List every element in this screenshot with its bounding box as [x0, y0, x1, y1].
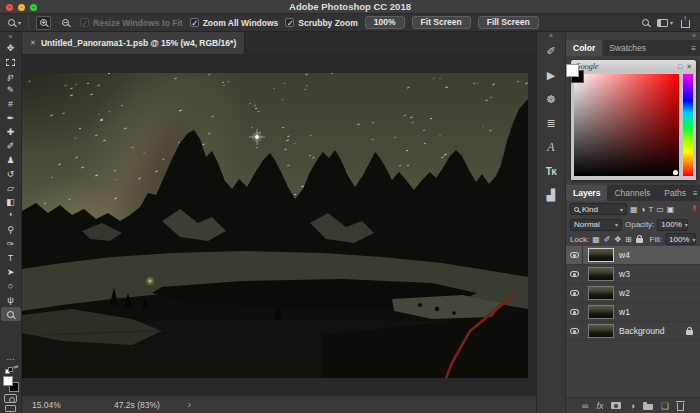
zoom-out-button[interactable]: −: [58, 16, 73, 30]
hue-slider[interactable]: [683, 74, 693, 176]
zoom-100-button[interactable]: 100%: [365, 16, 405, 29]
fill-screen-button[interactable]: Fill Screen: [478, 16, 539, 29]
foreground-color-swatch[interactable]: [566, 64, 579, 77]
filter-kind-dropdown[interactable]: Kind ▾: [570, 203, 627, 215]
visibility-toggle[interactable]: [566, 322, 583, 340]
tool-spot-healing-brush[interactable]: ✚: [1, 125, 21, 139]
expand-dock-icon[interactable]: «: [537, 32, 565, 40]
tool-path-selection[interactable]: ➤: [1, 265, 21, 279]
default-colors-icon[interactable]: ⇄: [5, 365, 17, 374]
add-mask-icon[interactable]: [611, 402, 621, 409]
lock-transparency-icon[interactable]: ▦: [592, 235, 600, 244]
panel-menu-icon[interactable]: ≡: [691, 40, 700, 56]
filter-adjustment-icon[interactable]: ◑: [641, 205, 646, 214]
tab-swatches[interactable]: Swatches: [602, 40, 653, 56]
filter-smart-object-icon[interactable]: ▣: [667, 205, 675, 214]
tab-channels[interactable]: Channels: [607, 185, 657, 201]
blend-mode-dropdown[interactable]: Normal ▾: [570, 219, 622, 231]
share-icon[interactable]: [681, 20, 690, 28]
opacity-dropdown[interactable]: 100% ▾: [657, 219, 688, 231]
tool-gradient[interactable]: ◧: [1, 195, 21, 209]
tab-close-icon[interactable]: ✕: [30, 39, 36, 47]
visibility-toggle[interactable]: [566, 284, 583, 302]
tool-dodge[interactable]: ⚲: [1, 223, 21, 237]
dock-glyphs-icon[interactable]: A: [539, 136, 564, 159]
layer-row-background[interactable]: Background: [566, 322, 700, 341]
tab-color[interactable]: Color: [566, 40, 602, 56]
search-icon[interactable]: [642, 19, 649, 26]
minimize-window-icon[interactable]: −: [18, 4, 25, 11]
zoom-all-windows-checkbox[interactable]: Zoom All Windows: [190, 18, 279, 28]
tool-type[interactable]: T: [1, 251, 21, 265]
layer-row-w4[interactable]: w4: [566, 246, 700, 265]
color-picker-cursor[interactable]: [673, 170, 678, 175]
dock-histogram-icon[interactable]: ▟: [539, 184, 564, 207]
new-layer-icon[interactable]: ❏: [661, 401, 669, 411]
layer-row-w2[interactable]: w2: [566, 284, 700, 303]
zoom-window-icon[interactable]: +: [30, 4, 37, 11]
foreground-color-swatch[interactable]: [3, 376, 13, 386]
new-group-icon[interactable]: [643, 404, 653, 410]
workspace-switcher[interactable]: ▾: [657, 19, 673, 27]
tool-eraser[interactable]: ▱: [1, 181, 21, 195]
lock-position-icon[interactable]: ✥: [614, 235, 621, 244]
tool-history-brush[interactable]: ↺: [1, 167, 21, 181]
visibility-toggle[interactable]: [566, 303, 583, 321]
fit-screen-button[interactable]: Fit Screen: [412, 16, 471, 29]
link-layers-icon[interactable]: ∞: [582, 401, 588, 411]
tab-paths[interactable]: Paths: [657, 185, 693, 201]
document-canvas[interactable]: [22, 54, 536, 395]
tab-layers[interactable]: Layers: [566, 185, 607, 201]
filter-type-icon[interactable]: T: [648, 205, 653, 214]
saturation-brightness-picker[interactable]: [574, 74, 679, 176]
layer-row-w3[interactable]: w3: [566, 265, 700, 284]
dock-filter-wheel-icon[interactable]: ☸: [539, 88, 564, 111]
tool-brush[interactable]: ✐: [1, 139, 21, 153]
collapse-toolbar-icon[interactable]: »: [9, 33, 13, 41]
tool-rectangular-marquee[interactable]: [1, 55, 21, 69]
scrubby-zoom-checkbox[interactable]: Scrubby Zoom: [285, 18, 358, 28]
restore-window-icon[interactable]: □: [678, 63, 682, 70]
close-window-icon[interactable]: ✕: [686, 63, 692, 70]
tool-move[interactable]: ✥: [1, 41, 21, 55]
delete-layer-icon[interactable]: [677, 403, 684, 411]
zoom-in-button[interactable]: +: [36, 16, 51, 30]
lock-artboard-icon[interactable]: ⊞: [625, 235, 632, 244]
tool-crop[interactable]: #: [1, 97, 21, 111]
collapse-panels-icon[interactable]: »: [566, 32, 700, 40]
visibility-toggle[interactable]: [566, 265, 583, 283]
swap-colors-icon[interactable]: ⇄: [13, 363, 18, 370]
tool-zoom[interactable]: [1, 307, 21, 321]
layer-style-icon[interactable]: fx: [596, 401, 603, 411]
fill-dropdown[interactable]: 100% ▾: [665, 233, 696, 245]
tool-eyedropper[interactable]: ✒: [1, 111, 21, 125]
visibility-toggle[interactable]: [566, 246, 583, 264]
filter-image-icon[interactable]: ▦: [630, 205, 638, 214]
quick-mask-icon[interactable]: [4, 394, 17, 403]
document-tab[interactable]: ✕ Untitled_Panorama1-1.psb @ 15% (w4, RG…: [22, 32, 245, 54]
dock-tk-panel-icon[interactable]: Tᴋ: [539, 160, 564, 183]
tool-ellipse[interactable]: ○: [1, 279, 21, 293]
lock-pixels-icon[interactable]: ✐: [604, 235, 611, 244]
zoom-level[interactable]: 15.04%: [32, 400, 90, 410]
lock-all-icon[interactable]: [636, 238, 643, 243]
layer-row-w1[interactable]: w1: [566, 303, 700, 322]
tool-clone-stamp[interactable]: ♟: [1, 153, 21, 167]
tool-lasso[interactable]: ℘: [1, 69, 21, 83]
google-window-titlebar[interactable]: Google □ ✕: [571, 60, 696, 72]
status-chevron-icon[interactable]: ›: [188, 400, 191, 410]
tool-pen[interactable]: ✑: [1, 237, 21, 251]
active-tool-button[interactable]: ▾: [8, 19, 21, 26]
adjustment-layer-icon[interactable]: ◑: [629, 401, 634, 411]
panorama-image[interactable]: [22, 73, 528, 378]
dock-clone-source-icon[interactable]: ≣: [539, 112, 564, 135]
filter-toggle-icon[interactable]: [693, 205, 696, 213]
tool-blur[interactable]: ❛: [1, 209, 21, 223]
tool-quick-selection[interactable]: ✎: [1, 83, 21, 97]
screen-mode-icon[interactable]: [5, 405, 16, 412]
close-window-icon[interactable]: ×: [6, 4, 13, 11]
tool-hand[interactable]: ψ: [1, 293, 21, 307]
dock-brush-settings-icon[interactable]: ✐: [539, 40, 564, 63]
dock-actions-icon[interactable]: ▶: [539, 64, 564, 87]
filter-shape-icon[interactable]: ▭: [656, 205, 664, 214]
